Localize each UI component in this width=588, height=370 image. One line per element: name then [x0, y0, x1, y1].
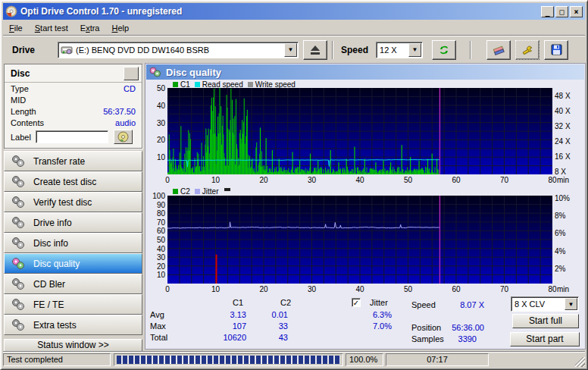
y-axis-right-tick: 8 X	[555, 168, 585, 176]
disc-label-caption: Label	[11, 133, 31, 142]
sidebar-item-cd-bler[interactable]: CD Bler	[4, 274, 142, 294]
menu-help[interactable]: Help	[105, 22, 135, 34]
sidebar-item-label: FE / TE	[33, 299, 64, 310]
minimize-button[interactable]: _	[541, 6, 554, 17]
stat-avg-jitter: 6.3%	[365, 310, 392, 319]
y-axis-tick: 70	[147, 218, 165, 227]
speed-value: 12 X	[377, 45, 400, 55]
samples-value: 3390	[445, 334, 477, 343]
y-axis-right-tick: 6%	[555, 229, 585, 237]
eject-icon	[309, 45, 321, 55]
eject-button[interactable]	[303, 40, 327, 60]
y-axis-tick: 60	[147, 227, 165, 235]
y-axis-right-tick: 24 X	[555, 137, 585, 146]
disc-label-button[interactable]	[114, 130, 133, 144]
start-part-button[interactable]: Start part	[510, 332, 580, 346]
sidebar-item-disc-info[interactable]: Disc info	[4, 233, 142, 253]
statistics-panel: C1 C2 ✓ Jitter Avg Max Total 3.13 107 10…	[145, 296, 586, 350]
speed-label: Speed	[341, 45, 368, 55]
sidebar-item-verify-test-disc[interactable]: Verify test disc	[4, 192, 142, 212]
drive-select[interactable]: (E:) BENQ DVD DD DW1640 BSRB ▼	[58, 42, 299, 58]
resize-grip[interactable]	[575, 357, 585, 367]
status-window-button[interactable]: Status window >>	[4, 339, 142, 352]
disc-label-input[interactable]	[36, 130, 108, 143]
x-axis-tick: 20	[259, 176, 267, 184]
status-bar: Test completed 100.0% 07:17	[3, 351, 585, 367]
disc-panel: Disc TypeCDMIDLength56:37.50Contentsaudi…	[4, 64, 142, 149]
stat-total-c2: 43	[259, 333, 288, 342]
y-axis-tick: 30	[147, 119, 165, 127]
window-title: Opti Drive Control 1.70 - unregistered	[20, 6, 540, 17]
test-icon	[11, 216, 26, 230]
speed-dropdown-arrow[interactable]: ▼	[408, 43, 421, 57]
disc-field-label: Length	[11, 107, 103, 116]
chart-legend: C2Jitter	[168, 187, 230, 196]
x-axis-tick: 10	[211, 176, 220, 184]
test-icon	[11, 298, 26, 312]
maximize-button[interactable]: □	[555, 6, 568, 17]
disc-panel-title: Disc	[11, 68, 124, 79]
sidebar-item-extra-tests[interactable]: Extra tests	[4, 315, 142, 335]
y-axis-right-tick: 32 X	[555, 122, 585, 130]
content-header: Disc quality	[146, 64, 584, 80]
disc-field-label: Type	[11, 84, 124, 93]
legend-swatch-c1	[173, 82, 178, 87]
write-speed-select[interactable]: 8 X CLV ▼	[511, 296, 579, 312]
sidebar-item-drive-info[interactable]: Drive info	[4, 212, 142, 233]
jitter-checkbox[interactable]: ✓	[352, 298, 361, 307]
y-axis-tick: 10	[147, 153, 165, 161]
legend-swatch-c2	[173, 189, 178, 194]
refresh-button[interactable]	[432, 40, 456, 60]
x-axis-tick: 70	[500, 285, 508, 293]
save-button[interactable]	[544, 40, 568, 60]
sidebar-item-create-test-disc[interactable]: Create test disc	[4, 171, 142, 192]
test-icon	[11, 237, 26, 250]
disc-field-value: audio	[115, 118, 136, 127]
sidebar-item-label: Verify test disc	[33, 197, 92, 208]
y-axis-tick: 40	[147, 245, 165, 253]
x-axis-tick: 70	[500, 176, 508, 184]
menu-file[interactable]: File	[3, 22, 29, 34]
close-button[interactable]: ×	[570, 6, 583, 17]
erase-button[interactable]	[486, 40, 511, 60]
menu-extra[interactable]: Extra	[74, 22, 106, 34]
x-axis-tick: 30	[308, 176, 316, 184]
drive-dropdown-arrow[interactable]: ▼	[284, 43, 297, 57]
sidebar-item-fe-te[interactable]: FE / TE	[4, 294, 142, 315]
x-axis-tick: 30	[308, 285, 316, 293]
x-axis-tick: 10	[211, 285, 220, 293]
main-panel: Disc quality C1Read speedWrite speed5040…	[145, 63, 586, 350]
sidebar-item-transfer-rate[interactable]: Transfer rate	[4, 151, 142, 171]
sidebar-item-label: Create test disc	[33, 177, 96, 187]
save-icon	[551, 44, 562, 55]
start-full-button[interactable]: Start full	[512, 314, 579, 328]
write-speed-dropdown-arrow[interactable]: ▼	[565, 298, 577, 310]
sidebar-item-disc-quality[interactable]: Disc quality	[4, 253, 142, 274]
stat-avg-c1: 3.13	[210, 310, 246, 319]
x-axis-tick: 40	[355, 176, 364, 184]
stat-avg-c2: 0.01	[259, 310, 288, 319]
y-axis-tick: 30	[147, 253, 165, 262]
disc-field-type: TypeCD	[5, 83, 142, 94]
legend-swatch-jitter	[195, 189, 200, 194]
write-speed-value: 8 X CLV	[511, 299, 548, 309]
chart-plot	[167, 88, 552, 174]
tools-button[interactable]	[515, 40, 540, 60]
x-axis-tick: 0	[165, 285, 170, 293]
samples-caption: Samples	[411, 334, 444, 343]
x-axis-tick: 50	[404, 285, 412, 293]
legend-swatch-read-speed	[195, 82, 200, 87]
y-axis-tick: 80	[147, 209, 165, 218]
sidebar-item-label: Drive info	[33, 218, 72, 228]
y-axis-right-tick: 48 X	[555, 92, 585, 100]
speed-select[interactable]: 12 X ▼	[376, 42, 423, 58]
progress-bar-fill	[117, 356, 340, 364]
y-axis-tick: 40	[147, 102, 165, 110]
disc-panel-button[interactable]	[124, 67, 139, 80]
sidebar-item-label: Disc quality	[33, 259, 80, 269]
x-axis-tick: 20	[259, 285, 267, 293]
legend-label: Jitter	[202, 187, 219, 196]
menu-start-test[interactable]: Start test	[29, 22, 74, 34]
status-message: Test completed	[3, 353, 111, 366]
chart-plot	[167, 196, 552, 284]
